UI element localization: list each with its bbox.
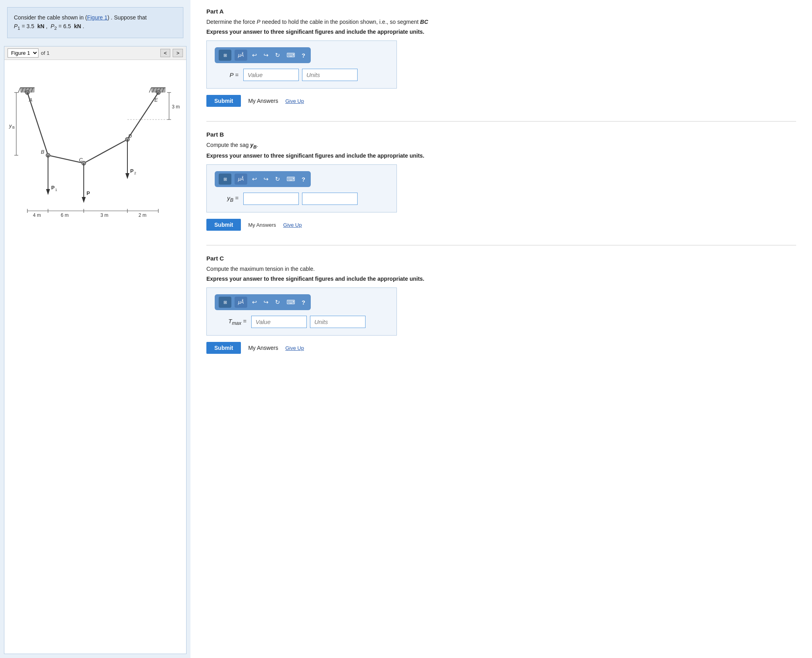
part-c-value-input[interactable] (251, 316, 307, 328)
svg-text:P: P (51, 185, 55, 191)
left-panel: Consider the cable shown in (Figure 1) .… (0, 0, 190, 658)
part-c-section: Part C Compute the maximum tension in th… (206, 245, 796, 354)
right-panel: Part A Determine the force P needed to h… (190, 0, 812, 658)
part-c-instructions: Express your answer to three significant… (206, 276, 796, 282)
part-b-my-answers-link[interactable]: My Answers (248, 222, 276, 228)
part-c-label: Part C (206, 255, 796, 262)
part-c-undo-icon[interactable]: ↩ (250, 298, 259, 307)
part-c-mu-button[interactable]: μÅ (235, 297, 247, 308)
part-b-keyboard-icon[interactable]: ⌨ (285, 175, 297, 183)
figure-content: A B C D E y B P 1 (4, 60, 186, 260)
part-a-submit-row: Submit My Answers Give Up (206, 95, 796, 107)
figure-link[interactable]: Figure 1 (87, 14, 107, 21)
part-b-redo-icon[interactable]: ↪ (262, 175, 270, 183)
svg-text:3 m: 3 m (172, 104, 180, 110)
part-b-toolbar: ⊞ μÅ ↩ ↪ ↻ ⌨ ? (215, 171, 311, 187)
svg-marker-30 (46, 189, 50, 195)
figure-next-button[interactable]: > (173, 49, 183, 57)
part-a-keyboard-icon[interactable]: ⌨ (285, 51, 297, 60)
part-b-units-input[interactable] (302, 193, 358, 205)
part-b-submit-row: Submit My Answers Give Up (206, 219, 796, 231)
figure-select[interactable]: Figure 1 (8, 48, 38, 58)
svg-text:2 m: 2 m (139, 212, 146, 218)
part-b-answer-box: ⊞ μÅ ↩ ↪ ↻ ⌨ ? yB = (206, 164, 397, 212)
part-c-grid-button[interactable]: ⊞ (219, 297, 231, 308)
svg-text:1: 1 (55, 188, 57, 192)
part-a-units-input[interactable] (302, 69, 358, 81)
figure-header: Figure 1 of 1 < > (4, 46, 186, 60)
part-c-submit-button[interactable]: Submit (206, 342, 241, 354)
svg-line-9 (149, 88, 151, 93)
part-b-input-row: yB = (215, 193, 389, 205)
problem-statement: Consider the cable shown in (Figure 1) .… (7, 7, 183, 38)
part-a-redo-icon[interactable]: ↪ (262, 51, 270, 60)
part-a-help-icon[interactable]: ? (300, 51, 307, 60)
part-b-undo-icon[interactable]: ↩ (250, 175, 259, 183)
svg-text:B: B (12, 125, 15, 129)
part-b-description: Compute the sag yB. (206, 141, 796, 150)
part-c-keyboard-icon[interactable]: ⌨ (285, 298, 297, 307)
part-a-toolbar: ⊞ μÅ ↩ ↪ ↻ ⌨ ? (215, 47, 311, 63)
part-b-help-icon[interactable]: ? (300, 175, 307, 183)
part-c-redo-icon[interactable]: ↪ (262, 298, 270, 307)
svg-text:2: 2 (134, 171, 136, 175)
part-a-description: Determine the force P needed to hold the… (206, 18, 796, 26)
svg-text:D: D (128, 133, 132, 139)
part-c-my-answers-label: My Answers (248, 345, 278, 351)
part-c-answer-box: ⊞ μÅ ↩ ↪ ↻ ⌨ ? Tmax = (206, 288, 397, 336)
part-a-input-row: P = (215, 69, 389, 81)
part-c-give-up-link[interactable]: Give Up (285, 345, 304, 351)
part-b-instructions: Express your answer to three significant… (206, 152, 796, 159)
part-c-description: Compute the maximum tension in the cable… (206, 265, 796, 273)
svg-marker-37 (125, 173, 129, 179)
part-b-submit-button[interactable]: Submit (206, 219, 241, 231)
svg-text:y: y (9, 123, 12, 129)
part-c-refresh-icon[interactable]: ↻ (273, 298, 282, 307)
svg-text:4 m: 4 m (33, 212, 41, 218)
part-a-undo-icon[interactable]: ↩ (250, 51, 259, 60)
part-b-label: Part B (206, 131, 796, 138)
part-c-help-icon[interactable]: ? (300, 298, 307, 307)
svg-text:B: B (41, 149, 44, 155)
part-a-refresh-icon[interactable]: ↻ (273, 51, 282, 60)
part-a-instructions: Express your answer to three significant… (206, 29, 796, 35)
svg-text:A: A (29, 97, 33, 103)
part-a-submit-button[interactable]: Submit (206, 95, 241, 107)
part-b-value-input[interactable] (243, 193, 299, 205)
part-b-equation-label: yB = (215, 195, 239, 203)
svg-text:6 m: 6 m (61, 212, 69, 218)
figure-container: Figure 1 of 1 < > (4, 46, 187, 654)
svg-text:3 m: 3 m (100, 212, 108, 218)
part-a-value-input[interactable] (243, 69, 299, 81)
part-b-mu-button[interactable]: μÅ (235, 174, 247, 185)
figure-of-label: of 1 (41, 50, 50, 56)
part-c-equation-label: Tmax = (215, 318, 246, 326)
part-c-toolbar: ⊞ μÅ ↩ ↪ ↻ ⌨ ? (215, 294, 311, 310)
part-a-my-answers-label: My Answers (248, 98, 278, 104)
part-c-units-input[interactable] (310, 316, 366, 328)
problem-text: Consider the cable shown in (Figure 1) .… (14, 14, 147, 21)
part-a-label: Part A (206, 8, 796, 15)
part-a-give-up-link[interactable]: Give Up (285, 98, 304, 104)
figure-prev-button[interactable]: < (160, 49, 171, 57)
svg-text:P: P (87, 190, 90, 196)
svg-text:P: P (130, 168, 134, 174)
part-a-equation-label: P = (215, 71, 239, 78)
cable-diagram: A B C D E y B P 1 (8, 64, 183, 255)
part-a-answer-box: ⊞ μÅ ↩ ↪ ↻ ⌨ ? P = (206, 41, 397, 89)
part-c-submit-row: Submit My Answers Give Up (206, 342, 796, 354)
problem-equation: P1 = 3.5 kN , P2 = 6.5 kN . (14, 23, 84, 29)
part-a-mu-button[interactable]: μÅ (235, 50, 247, 61)
svg-text:C: C (79, 157, 83, 163)
part-b-section: Part B Compute the sag yB. Express your … (206, 121, 796, 231)
part-b-refresh-icon[interactable]: ↻ (273, 175, 282, 183)
svg-text:E: E (154, 97, 158, 103)
part-a-grid-button[interactable]: ⊞ (219, 50, 231, 61)
svg-marker-34 (82, 197, 86, 203)
part-b-grid-button[interactable]: ⊞ (219, 174, 231, 185)
svg-line-2 (18, 88, 20, 93)
part-c-input-row: Tmax = (215, 316, 389, 328)
part-a-section: Part A Determine the force P needed to h… (206, 8, 796, 107)
part-b-give-up-link[interactable]: Give Up (283, 222, 302, 228)
